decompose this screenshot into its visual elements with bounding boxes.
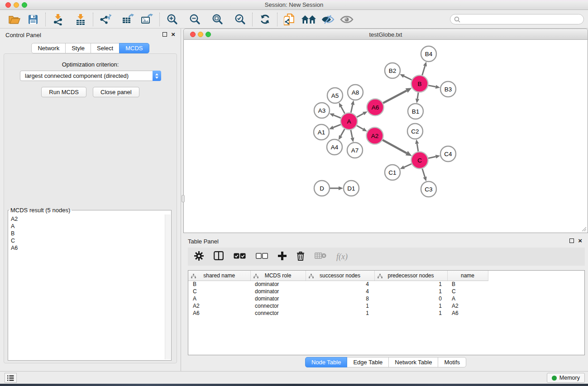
edge-A-A4[interactable] [341, 129, 345, 136]
edge-C-C4[interactable] [428, 157, 436, 158]
node-table[interactable]: shared nameMCDS rolesuccessor nodesprede… [188, 270, 585, 355]
edge-C-C3[interactable] [422, 169, 425, 177]
function-builder-icon[interactable]: f(x) [336, 252, 348, 262]
cell-name[interactable]: A6 [447, 310, 488, 317]
search-field[interactable] [450, 14, 584, 24]
tab-node-table[interactable]: Node Table [305, 357, 348, 367]
tab-select[interactable]: Select [91, 43, 120, 53]
splitter-handle[interactable] [182, 195, 185, 202]
run-mcds-button[interactable]: Run MCDS [41, 87, 86, 97]
task-history-button[interactable] [5, 373, 17, 383]
cell-MCDS-role[interactable]: dominator [250, 288, 306, 295]
refresh-icon[interactable] [257, 12, 272, 27]
cell-name[interactable]: A [447, 295, 488, 302]
result-item[interactable]: A [11, 223, 162, 230]
tab-network[interactable]: Network [31, 43, 66, 53]
result-item[interactable]: A2 [11, 215, 162, 223]
edge-C-C1[interactable] [404, 164, 412, 167]
close-panel-button[interactable]: Close panel [93, 87, 139, 97]
cell-MCDS-role[interactable]: dominator [250, 295, 306, 302]
table-row[interactable]: A6connector11A6 [188, 310, 497, 317]
cell-successor-nodes[interactable]: 8 [306, 295, 374, 302]
save-session-icon[interactable] [25, 12, 41, 27]
export-image-icon[interactable] [139, 12, 155, 27]
zoom-out-icon[interactable] [187, 12, 202, 27]
zoom-selected-icon[interactable] [232, 12, 248, 27]
network-from-selection-icon[interactable] [282, 12, 297, 27]
zoom-in-icon[interactable] [164, 12, 180, 27]
network-window-titlebar[interactable]: testGlobe.txt [183, 29, 588, 40]
cell-predecessor-nodes[interactable]: 1 [374, 302, 447, 310]
export-table-icon[interactable] [120, 12, 136, 27]
search-input[interactable] [463, 16, 583, 23]
result-item[interactable]: B [11, 230, 162, 237]
import-table-icon[interactable] [73, 12, 88, 27]
select-all-icon[interactable] [234, 253, 246, 261]
edge-A-A1[interactable] [333, 124, 341, 128]
cell-successor-nodes[interactable]: 4 [306, 288, 374, 295]
result-item[interactable]: A6 [11, 244, 162, 252]
column-header-shared-name[interactable]: shared name [188, 271, 250, 281]
cell-successor-nodes[interactable]: 1 [306, 302, 374, 310]
cell-predecessor-nodes[interactable]: 1 [374, 310, 447, 317]
network-canvas[interactable]: B4B2BB3A8A5A6B1A3AC2A1A2A4A7C4CC1C3DD1 [183, 40, 588, 233]
table-settings-icon[interactable] [194, 251, 204, 262]
open-session-icon[interactable] [6, 12, 22, 27]
tab-style[interactable]: Style [65, 43, 91, 53]
edge-A-A3[interactable] [334, 115, 341, 118]
edge-B-B2[interactable] [404, 76, 411, 80]
import-network-icon[interactable] [50, 12, 66, 27]
column-header-successor-nodes[interactable]: successor nodes [306, 271, 374, 281]
close-panel-icon[interactable]: × [171, 32, 175, 37]
edge-A-A8[interactable] [351, 105, 353, 113]
cell-shared-name[interactable]: C [188, 288, 250, 295]
toggle-panel-icon[interactable] [214, 251, 224, 262]
memory-button[interactable]: Memory [547, 373, 585, 383]
edge-C-C2[interactable] [417, 144, 418, 152]
table-row[interactable]: Adominator80A [188, 295, 497, 302]
zoom-fit-icon[interactable] [210, 12, 225, 27]
delete-table-icon[interactable] [315, 252, 326, 261]
criterion-dropdown[interactable]: largest connected component (directed) [20, 71, 161, 81]
edge-B-B1[interactable] [417, 92, 418, 99]
table-row[interactable]: Bdominator41B [188, 281, 497, 288]
cell-predecessor-nodes[interactable]: 1 [374, 281, 447, 288]
cell-MCDS-role[interactable]: connector [250, 302, 306, 310]
tab-edge-table[interactable]: Edge Table [347, 357, 389, 367]
export-network-icon[interactable] [98, 12, 113, 27]
close-table-panel-icon[interactable]: × [578, 238, 582, 243]
cell-name[interactable]: C [447, 288, 488, 295]
result-item[interactable]: C [11, 237, 162, 244]
edge-B-B3[interactable] [428, 86, 435, 87]
cell-successor-nodes[interactable]: 1 [306, 310, 374, 317]
mcds-result-list[interactable]: A2ABCA6 [9, 214, 164, 359]
cell-predecessor-nodes[interactable]: 1 [374, 288, 447, 295]
column-header-predecessor-nodes[interactable]: predecessor nodes [374, 271, 447, 281]
edge-A-A6[interactable] [357, 114, 363, 117]
cell-MCDS-role[interactable]: dominator [250, 281, 306, 288]
cell-successor-nodes[interactable]: 4 [306, 281, 374, 288]
cell-name[interactable]: A2 [447, 302, 488, 310]
result-scrollbar[interactable] [165, 214, 171, 359]
show-all-icon[interactable] [339, 12, 354, 27]
float-table-panel-icon[interactable] [569, 238, 574, 243]
edge-A2-C[interactable] [382, 140, 406, 153]
resize-grip-icon[interactable] [581, 226, 587, 232]
network-graph[interactable]: B4B2BB3A8A5A6B1A3AC2A1A2A4A7C4CC1C3DD1 [184, 40, 588, 232]
table-row[interactable]: Cdominator41C [188, 288, 497, 295]
delete-column-icon[interactable] [296, 251, 305, 262]
tab-motifs[interactable]: Motifs [438, 357, 466, 367]
edge-B-B4[interactable] [422, 66, 425, 76]
cell-name[interactable]: B [447, 281, 488, 288]
column-header-name[interactable]: name [447, 271, 488, 281]
cell-MCDS-role[interactable]: connector [250, 310, 306, 317]
cell-shared-name[interactable]: A2 [188, 302, 250, 310]
table-row[interactable]: A2connector11A2 [188, 302, 497, 310]
edge-A-A7[interactable] [351, 130, 353, 138]
tab-mcds[interactable]: MCDS [119, 43, 149, 53]
cell-shared-name[interactable]: B [188, 281, 250, 288]
first-neighbors-icon[interactable] [301, 12, 316, 27]
edge-A-A2[interactable] [357, 126, 363, 129]
hide-selected-icon[interactable] [320, 12, 335, 27]
cell-predecessor-nodes[interactable]: 0 [374, 295, 447, 302]
